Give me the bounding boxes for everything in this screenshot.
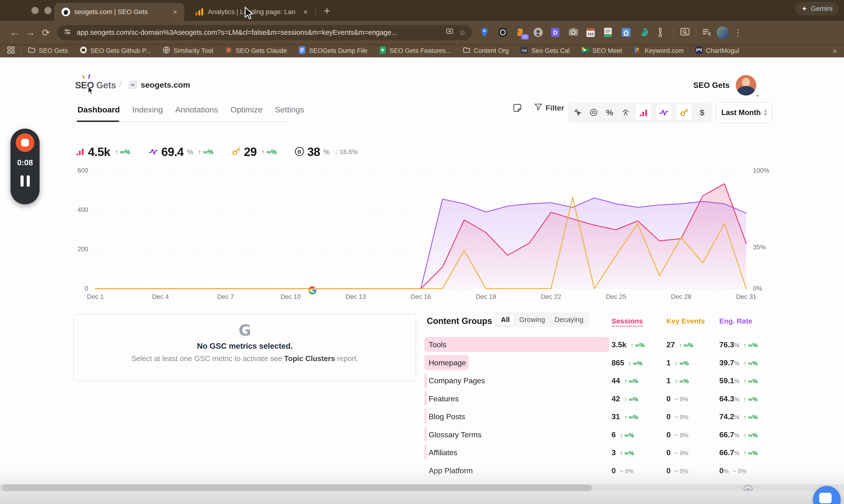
bookmark-seo-gets-claude[interactable]: SEO Gets Claude [225,46,287,56]
pause-recording-button[interactable] [11,175,39,187]
d-purple-icon[interactable]: D [551,28,561,38]
filter-growing[interactable]: Growing [515,314,549,325]
stop-recording-button[interactable] [16,133,34,152]
clip-orange-icon[interactable]: 59 [515,28,526,38]
row-highlight-bar [425,445,427,460]
close-window-button[interactable] [32,7,39,14]
camera-gray-icon[interactable] [568,28,579,38]
bookmark-similarity-tool[interactable]: Similarity Tool [162,46,213,56]
sessions-toggle-icon[interactable] [636,105,651,120]
reload-icon[interactable]: ⟳ [38,27,54,38]
bookmark-seo-gets[interactable]: SEO Gets [28,46,68,56]
bookmark-label: SEO Gets Features... [390,47,451,55]
filter-button[interactable]: Filter [534,103,564,113]
tab-optimize[interactable]: Optimize [230,105,262,114]
metric-value: 69.4 [161,145,184,159]
metric-suffix: % [187,148,193,156]
select-updown-icon: ˄˅ [764,110,767,116]
circle-dark-icon[interactable] [498,28,508,38]
minimize-window-button[interactable] [44,7,52,14]
browser-tab-analytics[interactable]: Analytics | Landing page: Lan × [188,3,315,21]
tab-close-icon[interactable]: × [303,8,308,16]
content-group-row-features[interactable]: Features42 ↑ ∞%0 ~ 0%64.3% ↑ ∞% [427,393,775,408]
bookmark-content-org[interactable]: Content Org [463,46,509,56]
cell-eng-rate: 66.7% ↑ ∞% [719,448,758,457]
filter-all[interactable]: All [497,314,514,325]
url-text[interactable]: app.seogets.com/sc-domain%3Aseogets.com?… [77,29,441,36]
content-group-row-tools[interactable]: Tools3.5k ↑ ∞%27 ↑ ∞%76.3% ↑ ∞% [427,339,775,354]
tab-close-icon[interactable]: × [173,8,177,16]
search-tabs-icon[interactable] [680,27,690,38]
content-group-row-affiliates[interactable]: Affiliates3 ↑ ∞%0 ~ 0%66.7% ↑ ∞% [427,446,775,462]
bookmark-label: Seo Gets Cal [531,47,570,55]
annotation-google-g-icon[interactable] [308,286,317,296]
bookmarks-overflow-chevrons[interactable]: » [833,47,837,55]
notes-button[interactable] [512,103,522,114]
forward-icon[interactable]: → [22,27,38,38]
period-select[interactable]: Last Month ˄˅ [716,102,772,123]
podcast-gray-icon[interactable] [533,28,544,38]
apps-grid-icon[interactable] [7,46,15,56]
spark-cursor-icon[interactable] [572,107,583,118]
bookmarks-separator [20,47,21,55]
browser-menu-kebab-icon[interactable]: ⋮ [734,28,742,38]
bookmark-chartmogul[interactable]: ChartMogul [695,46,739,55]
top-pages-icon[interactable] [620,107,631,118]
chevron-down-icon[interactable]: ⌄ [755,91,760,98]
pin-blue-icon[interactable] [480,28,491,38]
site-settings-icon[interactable] [64,28,71,37]
metric-key-gold[interactable]: 29↑ ∞% [231,145,277,159]
metric-circle-b[interactable]: B38%↓ 18.6% [294,145,358,159]
cloud-upload-icon[interactable] [743,483,753,493]
engagement-toggle-icon[interactable] [656,105,672,120]
install-app-icon[interactable] [446,28,454,38]
profile-avatar[interactable] [717,26,729,39]
extensions-row: 59D123 [480,28,667,38]
url-bar[interactable]: app.seogets.com/sc-domain%3Aseogets.com?… [57,25,472,40]
claude-burst-icon [225,46,233,56]
gemini-button[interactable]: ✦ Gemini [795,2,839,15]
rich-results-icon[interactable] [604,28,614,38]
bookmark-seo-meet[interactable]: SEO Meet [581,46,622,56]
teal-swirl-icon[interactable] [639,28,650,38]
breadcrumb-site[interactable]: seogets.com [141,80,190,90]
content-group-row-blog-posts[interactable]: Blog Posts31 ↑ ∞%0 ~ 0%74.2% ↑ ∞% [427,410,775,426]
account-avatar[interactable] [736,75,756,95]
browser-tab-seogets[interactable]: seogets.com | SEO Gets × [54,3,184,21]
content-group-name: Glossary Terms [429,430,482,439]
y-axis-tick: 200 [68,246,88,253]
bookmark-seo-gets-features[interactable]: SEO Gets Features... [379,46,451,56]
circle-b-icon: B [294,146,305,158]
app-logo[interactable]: SEO Gets [75,80,116,91]
flask-outline-icon[interactable] [657,28,667,38]
home-blue-icon[interactable] [621,28,632,38]
bookmark-star-icon[interactable]: ☆ [459,28,466,37]
column-header-eng-rate[interactable]: Eng. Rate [719,317,752,325]
content-group-row-glossary-terms[interactable]: Glossary Terms6 ↑ ∞%0 ~ 0%66.7% ↑ ∞% [427,429,775,444]
content-group-row-homepage[interactable]: Homepage865 ↑ ∞%1 ↑ ∞%39.7% ↑ ∞% [427,357,775,372]
keyevents-toggle-icon[interactable] [676,105,692,120]
tab-settings[interactable]: Settings [275,105,304,114]
filter-decaying[interactable]: Decaying [550,314,588,325]
horizontal-scrollbar-thumb[interactable] [2,484,592,491]
content-group-row-company-pages[interactable]: Company Pages44 ↑ ∞%1 ↑ ∞%59.1% ↑ ∞% [427,374,775,390]
back-icon[interactable]: ← [7,27,22,38]
calendar-123-icon[interactable]: 123 [586,28,597,38]
percent-icon[interactable]: % [604,107,615,118]
tab-groups-icon[interactable] [702,27,711,38]
metric-pulse-purple[interactable]: 69.4%↑ ∞% [148,145,213,159]
tab-annotations[interactable]: Annotations [175,105,218,114]
tab-indexing[interactable]: Indexing [132,105,163,114]
column-header-sessions[interactable]: Sessions [612,317,643,327]
metric-bars-pink[interactable]: 4.5k↑ ∞% [75,145,131,159]
dollar-icon[interactable]: $ [696,107,708,118]
tab-dashboard[interactable]: Dashboard [77,105,120,114]
new-tab-button[interactable]: + [324,4,330,17]
column-header-key-events[interactable]: Key Events [666,317,705,325]
target-icon[interactable] [588,107,599,118]
bookmark-seogets-dump-file[interactable]: SEOGets Dump File [298,46,367,56]
bookmark-keyword-com[interactable]: Keyword.com [634,46,684,56]
bookmark-seo-gets-cal[interactable]: CalSeo Gets Cal [520,46,570,56]
key-gold-icon [231,146,241,158]
bookmark-seo-gets-github-p[interactable]: SEO Gets Github P... [80,46,151,56]
